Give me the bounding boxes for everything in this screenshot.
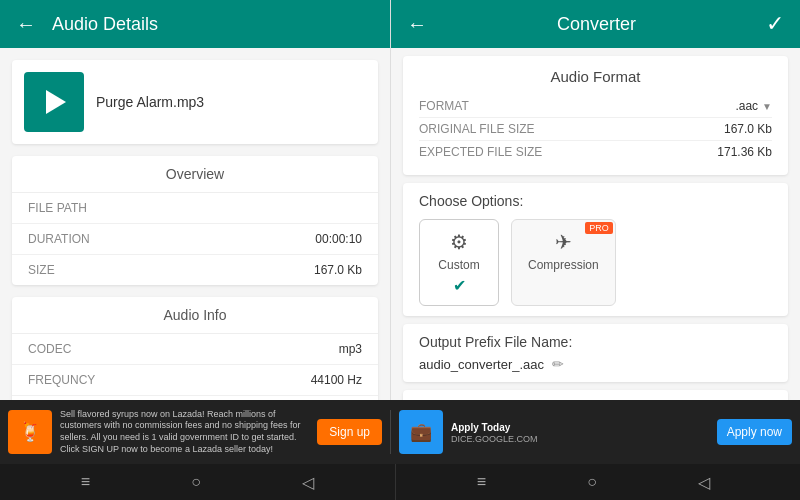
right-content: Audio Format FORMAT .aac ▼ ORIGINAL FILE…	[391, 48, 800, 400]
compression-label: Compression	[528, 258, 599, 272]
info-label: FREQUNCY	[28, 373, 95, 387]
back-icon-right[interactable]: ◁	[698, 473, 710, 492]
left-panel: ← Audio Details Purge Alarm.mp3 Overview…	[0, 0, 390, 400]
nav-left: ≡ ○ ◁	[0, 464, 395, 500]
info-label: CODEC	[28, 342, 71, 356]
ad-thumbnail-right: 💼	[399, 410, 443, 454]
confirm-button[interactable]: ✓	[766, 11, 784, 37]
expected-size-value: 171.36 Kb	[717, 145, 772, 159]
format-row: ORIGINAL FILE SIZE 167.0 Kb	[419, 118, 772, 141]
ad-signup-button[interactable]: Sign up	[317, 419, 382, 445]
menu-icon-right[interactable]: ≡	[477, 473, 486, 491]
play-icon	[46, 90, 66, 114]
back-icon-left[interactable]: ◁	[302, 473, 314, 492]
ad-thumbnail-icon-right: 💼	[410, 421, 432, 443]
info-value: mp3	[339, 342, 362, 356]
compression-option-button[interactable]: PRO ✈ Compression	[511, 219, 616, 306]
output-filename-text: audio_converter_.aac	[419, 357, 544, 372]
table-row: FREQUNCY 44100 Hz	[12, 365, 378, 396]
ad-subtitle-right: DICE.GOOGLE.COM	[451, 434, 709, 444]
pro-badge: PRO	[585, 222, 613, 234]
format-value-text: .aac	[735, 99, 758, 113]
format-value[interactable]: .aac ▼	[735, 99, 772, 113]
output-prefix-card: Output Prefix File Name: audio_converter…	[403, 324, 788, 382]
ad-thumbnail-left: 🍹	[8, 410, 52, 454]
customize-audio-card: Customize Audio Parameters CODEC AAC ▼ F…	[403, 390, 788, 400]
audio-format-title: Audio Format	[419, 68, 772, 85]
audio-format-card: Audio Format FORMAT .aac ▼ ORIGINAL FILE…	[403, 56, 788, 175]
home-icon-left[interactable]: ○	[191, 473, 201, 491]
table-row: SIZE 167.0 Kb	[12, 255, 378, 285]
play-button[interactable]	[24, 72, 84, 132]
audio-preview-card: Purge Alarm.mp3	[12, 60, 378, 144]
overview-card: Overview FILE PATH DURATION 00:00:10 SIZ…	[12, 156, 378, 285]
audio-info-card: Audio Info CODEC mp3 FREQUNCY 44100 Hz B…	[12, 297, 378, 400]
right-title: Converter	[557, 14, 636, 35]
original-size-label: ORIGINAL FILE SIZE	[419, 122, 535, 136]
left-title: Audio Details	[52, 14, 158, 35]
output-prefix-title: Output Prefix File Name:	[419, 334, 772, 350]
info-value: 44100 Hz	[311, 373, 362, 387]
ad-text-block-right: Apply Today DICE.GOOGLE.COM	[451, 421, 709, 444]
nav-right: ≡ ○ ◁	[396, 464, 791, 500]
format-label: FORMAT	[419, 99, 469, 113]
expected-size-label: EXPECTED FILE SIZE	[419, 145, 542, 159]
format-row: EXPECTED FILE SIZE 171.36 Kb	[419, 141, 772, 163]
home-icon-right[interactable]: ○	[587, 473, 597, 491]
gear-icon: ⚙	[450, 230, 468, 254]
left-back-button[interactable]: ←	[16, 13, 36, 36]
info-label: FILE PATH	[28, 201, 87, 215]
table-row: CODEC mp3	[12, 334, 378, 365]
output-filename-row: audio_converter_.aac ✏	[419, 356, 772, 372]
menu-icon-left[interactable]: ≡	[81, 473, 90, 491]
info-value: 167.0 Kb	[314, 263, 362, 277]
right-header: ← Converter ✓	[391, 0, 800, 48]
info-value: 00:00:10	[315, 232, 362, 246]
edit-filename-icon[interactable]: ✏	[552, 356, 564, 372]
right-panel: ← Converter ✓ Audio Format FORMAT .aac ▼…	[390, 0, 800, 400]
original-size-value: 167.0 Kb	[724, 122, 772, 136]
ad-bar: 🍹 Sell flavored syrups now on Lazada! Re…	[0, 400, 800, 464]
info-label: SIZE	[28, 263, 55, 277]
ad-text-left: Sell flavored syrups now on Lazada! Reac…	[60, 409, 309, 456]
table-row: FILE PATH	[12, 193, 378, 224]
right-back-button[interactable]: ←	[407, 13, 427, 36]
audio-info-title: Audio Info	[12, 297, 378, 334]
left-content: Purge Alarm.mp3 Overview FILE PATH DURAT…	[0, 48, 390, 400]
ad-left: 🍹 Sell flavored syrups now on Lazada! Re…	[0, 409, 390, 456]
overview-title: Overview	[12, 156, 378, 193]
audio-filename: Purge Alarm.mp3	[96, 94, 204, 110]
table-row: DURATION 00:00:10	[12, 224, 378, 255]
info-label: DURATION	[28, 232, 90, 246]
choose-options-card: Choose Options: ⚙ Custom ✔ PRO ✈ Compres…	[403, 183, 788, 316]
options-buttons: ⚙ Custom ✔ PRO ✈ Compression	[419, 219, 772, 306]
format-row: FORMAT .aac ▼	[419, 95, 772, 118]
ad-thumbnail-icon-left: 🍹	[19, 421, 41, 443]
ad-title-right: Apply Today	[451, 421, 709, 434]
choose-options-title: Choose Options:	[419, 193, 772, 209]
compression-icon: ✈	[555, 230, 572, 254]
left-header: ← Audio Details	[0, 0, 390, 48]
dropdown-arrow-icon: ▼	[762, 101, 772, 112]
custom-option-button[interactable]: ⚙ Custom ✔	[419, 219, 499, 306]
selected-check-icon: ✔	[453, 276, 466, 295]
nav-bar: ≡ ○ ◁ ≡ ○ ◁	[0, 464, 800, 500]
custom-label: Custom	[438, 258, 479, 272]
ad-apply-button[interactable]: Apply now	[717, 419, 792, 445]
ad-right: 💼 Apply Today DICE.GOOGLE.COM Apply now	[390, 410, 800, 454]
